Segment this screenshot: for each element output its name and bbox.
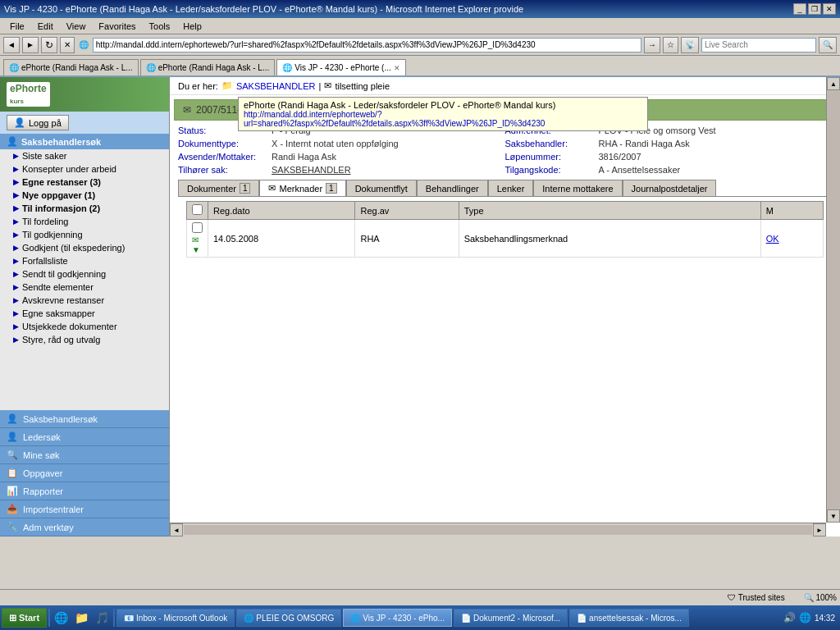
go-button[interactable]: →: [644, 37, 660, 53]
arrow-icon-4: ▶: [13, 204, 19, 212]
content-tab-dokumentflyt[interactable]: Dokumentflyt: [346, 180, 417, 196]
favorites-star[interactable]: ☆: [663, 37, 678, 53]
search-go-button[interactable]: 🔍: [819, 37, 837, 53]
sidebar-item-sendte-elementer[interactable]: ▶ Sendte elementer: [0, 281, 169, 294]
sidebar-nav-saksbehandlersok[interactable]: 👤 Saksbehandlersøk: [0, 410, 169, 428]
row-checkbox[interactable]: [192, 222, 203, 233]
sidebar-item-avskrevne[interactable]: ▶ Avskrevne restanser: [0, 294, 169, 307]
content-tab-behandlinger[interactable]: Behandlinger: [417, 180, 488, 196]
taskbar-item-ansettelsessak[interactable]: 📄 ansettelsessak - Micros...: [569, 609, 689, 627]
rss-button[interactable]: 📡: [681, 37, 699, 53]
scroll-right-button[interactable]: ►: [813, 523, 826, 536]
value-sak-link[interactable]: SAKSBEHANDLER: [272, 165, 351, 175]
content-tab-lenker[interactable]: Lenker: [488, 180, 534, 196]
sidebar-item-sendt-til[interactable]: ▶ Sendt til godkjenning: [0, 267, 169, 281]
scroll-down-button[interactable]: ▼: [827, 509, 840, 523]
logo-text: ePhorte: [10, 83, 47, 94]
window-controls[interactable]: _ ❐ ✕: [793, 3, 836, 15]
content-tab-interne-mottakere[interactable]: Interne mottakere: [533, 180, 622, 196]
scroll-track-h[interactable]: [184, 525, 812, 535]
login-label: Logg på: [29, 118, 62, 128]
menu-file[interactable]: File: [3, 20, 31, 33]
menu-view[interactable]: View: [60, 20, 93, 33]
arrow-icon-6: ▶: [13, 231, 19, 239]
login-button[interactable]: 👤 Logg på: [7, 115, 69, 130]
taskbar-icon-visjp: 🌐: [350, 614, 360, 623]
doc-icon: ✉: [183, 104, 191, 116]
sidebar-item-til-fordeling[interactable]: ▶ Til fordeling: [0, 215, 169, 228]
nav-tool-icon: 🔧: [7, 522, 18, 532]
select-all-checkbox[interactable]: [192, 204, 203, 215]
taskbar-item-outlook[interactable]: 📧 Inbox - Microsoft Outlook: [116, 609, 235, 627]
sidebar-nav-mine-sok[interactable]: 🔍 Mine søk: [0, 446, 169, 464]
menu-tools[interactable]: Tools: [143, 20, 177, 33]
forward-button[interactable]: ►: [22, 37, 39, 53]
scroll-left-button[interactable]: ◄: [170, 523, 183, 536]
sidebar-item-nye-oppgaver[interactable]: ▶ Nye oppgaver (1): [0, 189, 169, 202]
sidebar: ePhorte kurs 👤 Logg på 👤 Saksbehandlersø…: [0, 77, 170, 536]
menu-edit[interactable]: Edit: [31, 20, 60, 33]
quick-launch-folder[interactable]: 📁: [72, 611, 91, 624]
start-label: Start: [19, 613, 39, 623]
taskbar-item-pleie[interactable]: 🌐 PLEIE OG OMSORG: [236, 609, 341, 627]
vertical-scrollbar[interactable]: ▲ ▼: [826, 77, 840, 523]
menu-favorites[interactable]: Favorites: [92, 20, 142, 33]
content-tab-merknader[interactable]: ✉ Merknader 1: [259, 180, 345, 196]
tab-close-3[interactable]: ✕: [394, 64, 400, 72]
restore-button[interactable]: ❐: [808, 3, 821, 15]
stop-button[interactable]: ✕: [60, 37, 75, 53]
sidebar-search-title[interactable]: 👤 Saksbehandlersøk: [0, 134, 169, 149]
value-avsender: Randi Haga Ask: [272, 152, 336, 162]
content-tab-dokumenter[interactable]: Dokumenter 1: [178, 180, 259, 196]
sidebar-item-siste-saker[interactable]: ▶ Siste saker: [0, 149, 169, 162]
sidebar-nav-rapporter[interactable]: 📊 Rapporter: [0, 482, 169, 500]
address-input[interactable]: [93, 38, 641, 52]
tooltip-line1: ePhorte (Randi Haga Ask - Leder/saksford…: [244, 100, 642, 110]
tab-badge-merknader: 1: [326, 183, 337, 194]
tab-label-dokumentflyt: Dokumentflyt: [355, 184, 408, 194]
address-bar: ◄ ► ↻ ✕ 🌐 → ☆ 📡 🔍: [0, 34, 840, 56]
browser-tab-3[interactable]: 🌐 Vis JP - 4230 - ePhorte (... ✕: [276, 59, 405, 75]
sidebar-item-label-7: Godkjent (til ekspedering): [22, 243, 125, 253]
arrow-icon-13: ▶: [13, 322, 19, 331]
sidebar-item-styre[interactable]: ▶ Styre, råd og utvalg: [0, 333, 169, 346]
sidebar-nav-importsentraler[interactable]: 📥 Importsentraler: [0, 500, 169, 518]
start-button[interactable]: ⊞ Start: [2, 608, 47, 628]
ok-link[interactable]: OK: [766, 234, 779, 244]
row-ok-action[interactable]: OK: [760, 220, 823, 258]
taskbar: ⊞ Start 🌐 📁 🎵 📧 Inbox - Microsoft Outloo…: [0, 605, 840, 630]
row-type: Saksbehandlingsmerknad: [459, 220, 760, 258]
sidebar-nav-ledersok[interactable]: 👤 Ledersøk: [0, 428, 169, 446]
label-sak: Tilhører sak:: [178, 165, 268, 175]
quick-launch-ie[interactable]: 🌐: [52, 611, 71, 624]
sidebar-item-godkjent[interactable]: ▶ Godkjent (til ekspedering): [0, 241, 169, 254]
back-button[interactable]: ◄: [3, 37, 20, 53]
sidebar-item-egne-restanser[interactable]: ▶ Egne restanser (3): [0, 176, 169, 189]
sidebar-nav-oppgaver[interactable]: 📋 Oppgaver: [0, 464, 169, 482]
sidebar-header: ePhorte kurs: [0, 77, 169, 112]
sidebar-item-label-3: Nye oppgaver (1): [22, 190, 95, 200]
browser-tab-1[interactable]: 🌐 ePhorte (Randi Haga Ask - L...: [3, 59, 139, 75]
sidebar-item-konsepter[interactable]: ▶ Konsepter under arbeid: [0, 162, 169, 176]
sidebar-item-forfallsliste[interactable]: ▶ Forfallsliste: [0, 254, 169, 267]
sidebar-nav-adm-verktoy[interactable]: 🔧 Adm verktøy: [0, 518, 169, 536]
scroll-track-v[interactable]: [827, 90, 840, 509]
sidebar-item-egne-saksmapper[interactable]: ▶ Egne saksmapper: [0, 307, 169, 320]
detail-row-sak: Tilhører sak: SAKSBEHANDLER: [178, 164, 505, 176]
search-input[interactable]: [701, 38, 816, 52]
sidebar-item-til-informasjon[interactable]: ▶ Til informasjon (2): [0, 202, 169, 215]
scroll-up-button[interactable]: ▲: [827, 77, 840, 90]
content-tab-journalpostdetaljer[interactable]: Journalpostdetaljer: [623, 180, 717, 196]
minimize-button[interactable]: _: [793, 3, 806, 15]
taskbar-item-dokument2[interactable]: 📄 Dokument2 - Microsof...: [454, 609, 568, 627]
close-button[interactable]: ✕: [823, 3, 836, 15]
menu-help[interactable]: Help: [176, 20, 208, 33]
taskbar-item-visjp[interactable]: 🌐 Vis JP - 4230 - ePho...: [343, 609, 452, 627]
refresh-button[interactable]: ↻: [41, 37, 57, 53]
sidebar-item-utsjekkede[interactable]: ▶ Utsjekkede dokumenter: [0, 320, 169, 333]
horizontal-scrollbar[interactable]: ◄ ►: [170, 523, 826, 536]
quick-launch-media[interactable]: 🎵: [93, 611, 112, 624]
breadcrumb-link[interactable]: SAKSBEHANDLER: [236, 81, 316, 91]
sidebar-item-til-godkjenning[interactable]: ▶ Til godkjenning: [0, 228, 169, 241]
browser-tab-2[interactable]: 🌐 ePhorte (Randi Haga Ask - L...: [140, 59, 276, 75]
